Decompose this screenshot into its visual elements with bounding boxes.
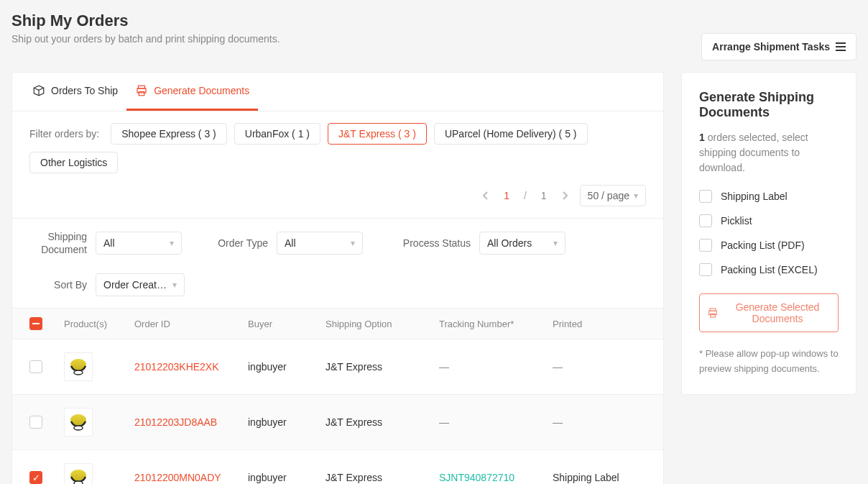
filter-chip-label: Other Logistics bbox=[40, 157, 107, 168]
svg-rect-2 bbox=[139, 92, 144, 96]
generate-button-label: Generate Selected Documents bbox=[724, 301, 831, 324]
col-products: Product(s) bbox=[64, 319, 129, 329]
row-checkbox[interactable] bbox=[29, 471, 42, 484]
table-row: 21012203KHE2XKingbuyerJ&T Express—— bbox=[12, 339, 663, 394]
sort-by-label: Sort By bbox=[29, 279, 87, 291]
main-panel: Orders To Ship Generate Documents Filter… bbox=[11, 72, 664, 484]
side-panel: Generate Shipping Documents 1 orders sel… bbox=[681, 72, 857, 395]
process-status-select[interactable]: All Orders ▾ bbox=[479, 232, 565, 255]
filter-chip-count: ( 3 ) bbox=[195, 128, 216, 140]
doc-checkbox[interactable] bbox=[699, 214, 712, 227]
printed-cell: — bbox=[553, 361, 646, 373]
shipping-option-cell: J&T Express bbox=[326, 416, 433, 428]
order-id-link[interactable]: 21012200MN0ADY bbox=[134, 472, 242, 483]
filter-chip-label: J&T Express bbox=[338, 128, 395, 140]
printed-cell: — bbox=[553, 416, 646, 428]
buyer-cell: ingbuyer bbox=[248, 472, 320, 483]
chevron-down-icon: ▾ bbox=[553, 238, 558, 248]
chevron-down-icon: ▾ bbox=[351, 238, 355, 248]
filter-chip-count: ( 5 ) bbox=[556, 128, 577, 140]
doc-checkbox[interactable] bbox=[699, 239, 712, 252]
svg-point-4 bbox=[74, 370, 83, 375]
filter-row: Filter orders by: Shopee Express ( 3 )Ur… bbox=[12, 111, 663, 179]
menu-icon bbox=[836, 42, 846, 51]
side-subtitle: 1 orders selected, select shipping docum… bbox=[699, 130, 839, 175]
filter-chip-label: UrbanFox bbox=[245, 128, 289, 140]
doc-option-label: Picklist bbox=[721, 215, 752, 227]
svg-point-8 bbox=[74, 481, 83, 484]
tab-orders-to-ship-label: Orders To Ship bbox=[51, 85, 118, 96]
col-buyer: Buyer bbox=[248, 319, 320, 329]
doc-option[interactable]: Packing List (PDF) bbox=[699, 239, 839, 252]
order-type-value: All bbox=[285, 237, 296, 249]
filter-chip-count: ( 3 ) bbox=[395, 128, 416, 140]
doc-option[interactable]: Packing List (EXCEL) bbox=[699, 263, 839, 276]
shipping-option-cell: J&T Express bbox=[326, 361, 433, 373]
filter-chip[interactable]: UParcel (Home Delivery) ( 5 ) bbox=[434, 123, 588, 145]
chevron-down-icon: ▾ bbox=[634, 191, 638, 201]
filter-label: Filter orders by: bbox=[29, 128, 99, 140]
shipping-option-cell: J&T Express bbox=[326, 472, 433, 483]
page-prev-button[interactable] bbox=[482, 191, 489, 201]
shipping-document-label: Shipping Document bbox=[29, 230, 87, 256]
printed-cell: Shipping Label bbox=[553, 472, 646, 483]
tracking-number-cell: — bbox=[439, 361, 547, 373]
selected-text: orders selected, select shipping documen… bbox=[699, 132, 808, 173]
filter-chip-label: Shopee Express bbox=[121, 128, 195, 140]
order-type-label: Order Type bbox=[211, 237, 268, 249]
tracking-number-cell: — bbox=[439, 416, 547, 428]
tab-orders-to-ship[interactable]: Orders To Ship bbox=[24, 73, 126, 111]
col-printed: Printed bbox=[553, 319, 646, 329]
doc-option-label: Packing List (EXCEL) bbox=[721, 264, 818, 275]
order-id-link[interactable]: 21012203JD8AAB bbox=[134, 416, 242, 428]
tabs: Orders To Ship Generate Documents bbox=[12, 73, 663, 111]
col-order-id: Order ID bbox=[134, 319, 242, 329]
filter-chip-count: ( 1 ) bbox=[289, 128, 310, 140]
row-checkbox[interactable] bbox=[29, 360, 42, 373]
chevron-down-icon: ▾ bbox=[172, 280, 177, 290]
sort-by-value: Order Creat… bbox=[103, 279, 167, 291]
filter-chip[interactable]: J&T Express ( 3 ) bbox=[328, 123, 427, 145]
doc-option[interactable]: Shipping Label bbox=[699, 190, 839, 203]
page-current[interactable]: 1 bbox=[504, 190, 509, 201]
product-thumbnail[interactable] bbox=[64, 463, 93, 484]
page-total: 1 bbox=[541, 190, 547, 201]
filter-chip[interactable]: Shopee Express ( 3 ) bbox=[111, 123, 227, 145]
filter-chip[interactable]: UrbanFox ( 1 ) bbox=[234, 123, 320, 145]
buyer-cell: ingbuyer bbox=[248, 361, 320, 373]
table-row: 21012203JD8AABingbuyerJ&T Express—— bbox=[12, 394, 663, 449]
page-title: Ship My Orders bbox=[11, 12, 280, 30]
pagination: 1 / 1 50 / page ▾ bbox=[12, 179, 663, 218]
table-header: Product(s) Order ID Buyer Shipping Optio… bbox=[12, 308, 663, 339]
doc-checkbox[interactable] bbox=[699, 190, 712, 203]
process-status-label: Process Status bbox=[392, 237, 471, 249]
page-next-button[interactable] bbox=[561, 191, 568, 201]
col-tracking-number: Tracking Number* bbox=[439, 319, 547, 329]
tracking-number-cell[interactable]: SJNT940872710 bbox=[439, 472, 547, 483]
order-type-select[interactable]: All ▾ bbox=[277, 232, 363, 255]
selected-count: 1 bbox=[699, 132, 705, 143]
side-note: * Please allow pop-up windows to preview… bbox=[699, 347, 839, 377]
shipping-document-select[interactable]: All ▾ bbox=[96, 232, 182, 255]
sort-by-select[interactable]: Order Creat… ▾ bbox=[96, 273, 185, 296]
doc-option[interactable]: Picklist bbox=[699, 214, 839, 227]
tab-generate-documents[interactable]: Generate Documents bbox=[126, 73, 258, 111]
shipping-document-value: All bbox=[103, 237, 115, 249]
row-checkbox[interactable] bbox=[29, 416, 42, 429]
filter-chip[interactable]: Other Logistics bbox=[29, 152, 118, 173]
per-page-value: 50 / page bbox=[588, 190, 629, 201]
printer-icon bbox=[707, 307, 719, 319]
chevron-down-icon: ▾ bbox=[170, 238, 174, 248]
doc-option-label: Packing List (PDF) bbox=[721, 239, 805, 251]
doc-checkbox[interactable] bbox=[699, 263, 712, 276]
svg-rect-11 bbox=[711, 314, 716, 317]
per-page-select[interactable]: 50 / page ▾ bbox=[580, 185, 646, 206]
tab-generate-documents-label: Generate Documents bbox=[154, 85, 249, 96]
select-all-checkbox[interactable] bbox=[29, 317, 42, 330]
product-thumbnail[interactable] bbox=[64, 352, 93, 381]
generate-selected-documents-button[interactable]: Generate Selected Documents bbox=[699, 293, 839, 332]
order-id-link[interactable]: 21012203KHE2XK bbox=[134, 361, 242, 373]
page-separator: / bbox=[524, 190, 527, 201]
arrange-shipment-tasks-button[interactable]: Arrange Shipment Tasks bbox=[701, 33, 857, 60]
product-thumbnail[interactable] bbox=[64, 408, 93, 437]
